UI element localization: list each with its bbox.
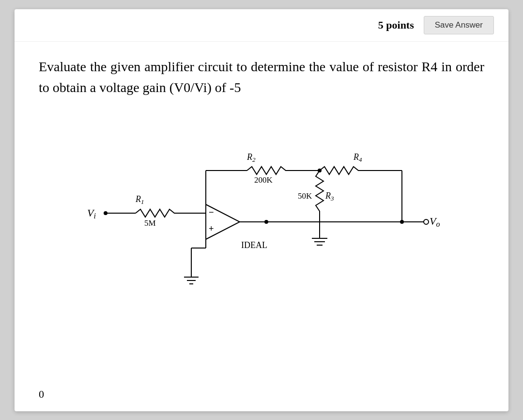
header-bar: 5 points Save Answer	[15, 9, 508, 42]
question-text: Evaluate the given amplifier circuit to …	[15, 42, 508, 103]
opamp-minus: −	[209, 207, 214, 217]
r2-label: R2	[246, 152, 256, 163]
r3-value: 50K	[298, 191, 312, 201]
bottom-zero: 0	[39, 388, 44, 401]
circuit-diagram: Vi R1 5M − + IDEAL	[73, 108, 450, 311]
r4-resistor	[320, 167, 373, 174]
r1-value: 5M	[144, 218, 156, 228]
circuit-area: Vi R1 5M − + IDEAL	[15, 103, 508, 321]
r2-resistor	[247, 167, 293, 174]
vi-label: Vi	[87, 207, 96, 220]
opamp-plus: +	[209, 224, 214, 233]
vo-terminal	[424, 219, 429, 224]
r4-label: R4	[353, 152, 362, 163]
r2-value: 200K	[254, 175, 273, 185]
page-container: 5 points Save Answer Evaluate the given …	[15, 9, 508, 411]
r3-resistor	[316, 171, 323, 222]
r1-label: R1	[135, 194, 144, 205]
ideal-label: IDEAL	[241, 240, 267, 250]
r1-resistor	[136, 209, 177, 217]
vo-label: Vo	[430, 215, 440, 228]
points-label: 5 points	[378, 19, 414, 31]
r3-label: R3	[325, 191, 334, 202]
save-answer-button[interactable]: Save Answer	[424, 16, 494, 34]
